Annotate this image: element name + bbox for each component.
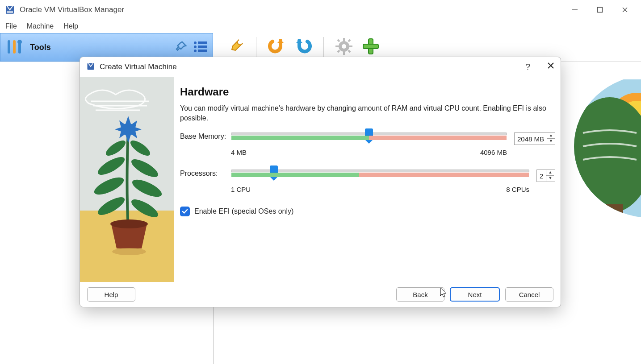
memory-label: Base Memory: <box>180 132 227 141</box>
memory-min-label: 4 MB <box>231 149 247 156</box>
tools-icon <box>5 37 24 58</box>
svg-point-10 <box>194 41 197 44</box>
svg-rect-3 <box>598 8 603 12</box>
menu-file[interactable]: File <box>5 22 17 30</box>
menu-machine[interactable]: Machine <box>27 22 54 30</box>
memory-slider[interactable] <box>231 132 507 135</box>
hardware-description: You can modify virtual machine's hardwar… <box>180 103 555 123</box>
svg-rect-19 <box>343 51 345 55</box>
settings-tool-icon[interactable] <box>226 37 245 57</box>
efi-label: Enable EFI (special OSes only) <box>194 207 293 215</box>
dialog-icon <box>86 62 95 72</box>
back-button[interactable]: Back <box>396 287 444 302</box>
svg-rect-1 <box>7 11 13 13</box>
svg-rect-25 <box>337 50 340 53</box>
discard-icon[interactable] <box>267 37 286 57</box>
cpu-max-label: 8 CPUs <box>506 186 529 193</box>
window-title: Oracle VM VirtualBox Manager <box>20 5 124 14</box>
dialog-title: Create Virtual Machine <box>100 62 177 71</box>
gear-icon[interactable] <box>335 37 353 57</box>
memory-spinbox[interactable]: 2048 MB ▲▼ <box>514 132 555 145</box>
svg-rect-27 <box>363 44 378 49</box>
dialog-help-icon[interactable]: ? <box>525 62 530 72</box>
tools-label: Tools <box>30 43 51 52</box>
create-vm-dialog: Create Virtual Machine ? <box>80 57 561 307</box>
cancel-button[interactable]: Cancel <box>505 287 553 302</box>
cpu-spinbox[interactable]: 2 ▲▼ <box>536 170 555 182</box>
svg-point-12 <box>194 46 197 48</box>
balloon-illustration <box>565 79 641 222</box>
svg-rect-22 <box>337 39 340 42</box>
dialog-close-icon[interactable] <box>547 62 554 72</box>
start-icon[interactable] <box>294 37 313 57</box>
cpu-label: Processors: <box>180 170 227 178</box>
efi-checkbox[interactable] <box>180 207 190 216</box>
svg-point-32 <box>567 97 641 213</box>
maximize-button[interactable] <box>587 2 612 18</box>
svg-rect-13 <box>198 46 207 48</box>
minimize-button[interactable] <box>562 2 587 18</box>
svg-rect-7 <box>13 40 16 54</box>
svg-point-49 <box>112 248 146 255</box>
pin-icon[interactable] <box>174 40 188 55</box>
svg-point-17 <box>342 44 346 49</box>
svg-rect-6 <box>8 40 10 54</box>
svg-rect-18 <box>343 38 345 41</box>
virtualbox-icon <box>4 4 15 15</box>
memory-max-label: 4096 MB <box>480 149 507 156</box>
svg-point-48 <box>110 219 148 228</box>
svg-rect-21 <box>349 46 352 47</box>
window-close-button[interactable] <box>612 2 637 18</box>
svg-rect-15 <box>198 50 207 52</box>
svg-rect-24 <box>348 39 351 42</box>
menu-help[interactable]: Help <box>63 22 78 30</box>
cpu-slider[interactable] <box>231 170 529 172</box>
hardware-heading: Hardware <box>180 86 555 98</box>
menubar: File Machine Help <box>0 20 641 33</box>
svg-point-14 <box>194 50 197 52</box>
wizard-illustration <box>80 77 174 282</box>
cpu-value: 2 <box>537 172 546 180</box>
list-icon[interactable] <box>193 40 208 55</box>
main-titlebar: Oracle VM VirtualBox Manager <box>0 0 641 20</box>
svg-rect-33 <box>601 204 623 219</box>
memory-value: 2048 MB <box>515 135 547 143</box>
help-button[interactable]: Help <box>87 287 135 302</box>
cpu-step-up[interactable]: ▲ <box>546 170 554 176</box>
add-icon[interactable] <box>361 37 380 57</box>
svg-rect-23 <box>348 50 351 53</box>
svg-rect-20 <box>335 46 339 47</box>
svg-rect-11 <box>198 41 207 44</box>
svg-point-9 <box>17 40 22 44</box>
memory-step-up[interactable]: ▲ <box>547 133 555 139</box>
cpu-step-down[interactable]: ▼ <box>546 176 554 182</box>
cpu-min-label: 1 CPU <box>231 186 251 193</box>
next-button[interactable]: Next <box>450 287 500 302</box>
memory-step-down[interactable]: ▼ <box>547 139 555 145</box>
